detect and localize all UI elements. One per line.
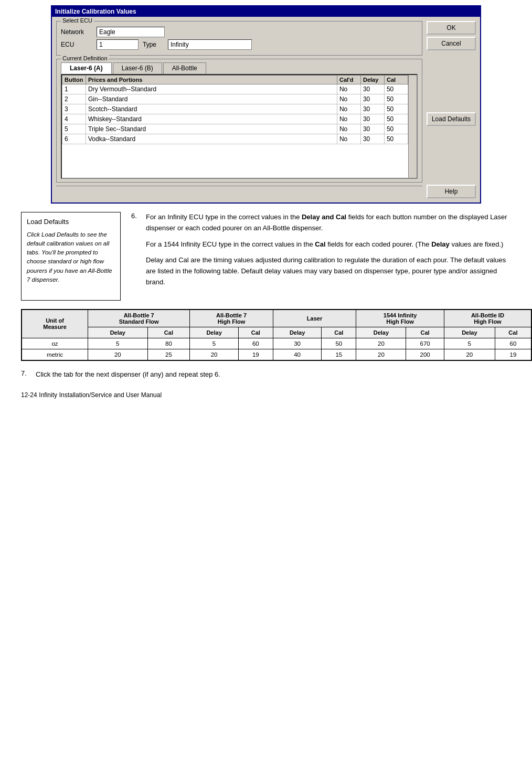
timing-subheader: Cal bbox=[238, 327, 273, 338]
timing-value-cell: 5 bbox=[444, 338, 495, 349]
footer-page: 12-24 bbox=[21, 391, 37, 399]
table-cell: No bbox=[337, 84, 360, 94]
tab-laser6a[interactable]: Laser-6 (A) bbox=[61, 62, 112, 74]
step7-container: 7. Click the tab for the next dispenser … bbox=[21, 369, 511, 380]
table-cell: No bbox=[337, 94, 360, 104]
table-cell: Triple Sec--Standard bbox=[86, 124, 337, 134]
select-ecu-label: Select ECU bbox=[61, 17, 94, 24]
unit-measure-header: Unit ofMeasure bbox=[22, 310, 88, 338]
timing-row: metric202520194015202002019 bbox=[22, 349, 531, 360]
table-cell: 4 bbox=[62, 114, 86, 124]
page-content: Load Defaults Click Load Defaults to see… bbox=[21, 212, 511, 301]
tab-allbottle[interactable]: All-Bottle bbox=[163, 62, 206, 74]
allbottle7high-header: All-Bottle 7High Flow bbox=[190, 310, 273, 327]
col-prices: Prices and Portions bbox=[86, 76, 337, 84]
help-button[interactable]: Help bbox=[427, 185, 476, 198]
table-cell: No bbox=[337, 114, 360, 124]
step6-para2: For a 1544 Infinity ECU type in the corr… bbox=[146, 239, 511, 250]
dialog-buttons: OK Cancel Load Defaults Help bbox=[427, 21, 476, 198]
table-body: 1Dry Vermouth--StandardNo30502Gin--Stand… bbox=[62, 84, 417, 144]
table-cell: 1 bbox=[62, 84, 86, 94]
table-cell: 5 bbox=[62, 124, 86, 134]
current-definition-label: Current Definition bbox=[61, 55, 109, 61]
page-footer: 12-24 Infinity Installation/Service and … bbox=[21, 391, 511, 399]
timing-value-cell: 60 bbox=[495, 338, 531, 349]
table-cell: 30 bbox=[360, 114, 384, 124]
table-cell: 3 bbox=[62, 104, 86, 114]
timing-value-cell: 5 bbox=[88, 338, 147, 349]
tab-laser6b[interactable]: Laser-6 (B) bbox=[113, 62, 162, 74]
table-row[interactable]: 5Triple Sec--StandardNo3050 bbox=[62, 124, 417, 134]
data-table-container: Button Prices and Portions Cal'd Delay C… bbox=[61, 74, 418, 179]
timing-subheader: Cal bbox=[406, 327, 444, 338]
table-row[interactable]: 3Scotch--StandardNo3050 bbox=[62, 104, 417, 114]
type-label: Type bbox=[143, 41, 164, 48]
step6-item: 6. For an Infinity ECU type in the corre… bbox=[131, 212, 511, 293]
table-row[interactable]: 1Dry Vermouth--StandardNo3050 bbox=[62, 84, 417, 94]
dialog-title: Initialize Calibration Values bbox=[52, 6, 480, 17]
dialog-box: Initialize Calibration Values Select ECU… bbox=[51, 5, 481, 204]
table-cell: No bbox=[337, 124, 360, 134]
network-input[interactable] bbox=[97, 27, 165, 37]
laser-header: Laser bbox=[273, 310, 356, 327]
prices-table: Button Prices and Portions Cal'd Delay C… bbox=[62, 75, 417, 144]
allbottle7std-header: All-Bottle 7Standard Flow bbox=[88, 310, 190, 327]
allbottleid-header: All-Bottle IDHigh Flow bbox=[444, 310, 531, 327]
table-cell: Dry Vermouth--Standard bbox=[86, 84, 337, 94]
ecu-label: ECU bbox=[61, 41, 92, 48]
table-row[interactable]: 6Vodka--StandardNo3050 bbox=[62, 134, 417, 144]
step6-text: For an Infinity ECU type in the correct … bbox=[146, 212, 511, 293]
timing-table-container: Unit ofMeasure All-Bottle 7Standard Flow… bbox=[21, 309, 532, 361]
network-row: Network bbox=[61, 27, 418, 37]
timing-subheader: Delay bbox=[273, 327, 322, 338]
ok-button[interactable]: OK bbox=[427, 21, 476, 35]
table-row[interactable]: 2Gin--StandardNo3050 bbox=[62, 94, 417, 104]
main-instructions: 6. For an Infinity ECU type in the corre… bbox=[131, 212, 511, 301]
table-cell: Gin--Standard bbox=[86, 94, 337, 104]
scrollbar[interactable] bbox=[408, 75, 417, 178]
dialog-main: Select ECU Network ECU Type Current Defi… bbox=[56, 21, 422, 198]
timing-value-cell: 5 bbox=[190, 338, 239, 349]
timing-value-cell: 40 bbox=[273, 349, 322, 360]
timing-subheader: Cal bbox=[322, 327, 356, 338]
timing-value-cell: 15 bbox=[322, 349, 356, 360]
unit-cell: oz bbox=[22, 338, 88, 349]
table-cell: 50 bbox=[384, 94, 408, 104]
infinity1544-header: 1544 InfinityHigh Flow bbox=[356, 310, 444, 327]
table-cell: Whiskey--Standard bbox=[86, 114, 337, 124]
timing-subheader: Cal bbox=[147, 327, 190, 338]
note-title: Load Defaults bbox=[27, 217, 115, 227]
timing-value-cell: 20 bbox=[190, 349, 239, 360]
step6-number: 6. bbox=[131, 212, 142, 293]
dialog-content: Select ECU Network ECU Type Current Defi… bbox=[52, 17, 480, 202]
table-cell: 30 bbox=[360, 84, 384, 94]
dialog-bottom bbox=[56, 186, 422, 198]
table-cell: 30 bbox=[360, 104, 384, 114]
table-cell: 50 bbox=[384, 124, 408, 134]
col-button: Button bbox=[62, 76, 86, 84]
table-cell: 50 bbox=[384, 104, 408, 114]
note-body: Click Load Defaults to see the default c… bbox=[27, 230, 115, 285]
type-input[interactable] bbox=[168, 39, 252, 50]
timing-table: Unit ofMeasure All-Bottle 7Standard Flow… bbox=[22, 310, 531, 360]
col-cal: Cal bbox=[384, 76, 408, 84]
timing-subheader: Delay bbox=[190, 327, 239, 338]
timing-value-cell: 19 bbox=[238, 349, 273, 360]
timing-value-cell: 20 bbox=[356, 349, 406, 360]
timing-value-cell: 670 bbox=[406, 338, 444, 349]
load-defaults-button[interactable]: Load Defaults bbox=[427, 112, 476, 126]
timing-value-cell: 60 bbox=[238, 338, 273, 349]
table-cell: 50 bbox=[384, 134, 408, 144]
cancel-button[interactable]: Cancel bbox=[427, 37, 476, 50]
timing-subheader: Cal bbox=[495, 327, 531, 338]
ecu-input[interactable] bbox=[97, 39, 139, 50]
table-cell: 30 bbox=[360, 134, 384, 144]
table-cell: 6 bbox=[62, 134, 86, 144]
timing-value-cell: 19 bbox=[495, 349, 531, 360]
step7-number: 7. bbox=[21, 369, 31, 380]
col-delay: Delay bbox=[360, 76, 384, 84]
table-row[interactable]: 4Whiskey--StandardNo3050 bbox=[62, 114, 417, 124]
current-definition-group: Current Definition Laser-6 (A) Laser-6 (… bbox=[56, 59, 422, 183]
table-cell: 30 bbox=[360, 94, 384, 104]
table-cell: Vodka--Standard bbox=[86, 134, 337, 144]
